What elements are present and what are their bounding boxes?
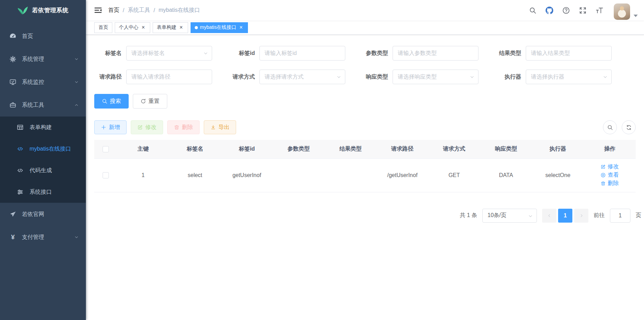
edit-button[interactable]: 修改	[131, 120, 163, 134]
user-menu[interactable]	[614, 1, 638, 20]
tab-active-dot	[195, 26, 198, 29]
delete-button[interactable]: 删除	[167, 120, 200, 134]
row-checkbox[interactable]	[103, 172, 109, 178]
eye-icon	[601, 173, 606, 178]
add-button[interactable]: 新增	[94, 120, 127, 134]
sidebar-item-official-site[interactable]: 若依官网	[0, 203, 86, 226]
sidebar-item-label: 系统工具	[22, 102, 74, 109]
app-root: 若依管理系统 首页	[0, 0, 644, 320]
app-title: 若依管理系统	[32, 6, 69, 14]
sidebar-item-label: 系统管理	[22, 56, 74, 63]
label-id-input[interactable]	[259, 46, 345, 61]
code-icon	[17, 145, 24, 152]
tab-form-build[interactable]: 表单构建 ×	[153, 22, 188, 33]
column-header: 操作	[584, 140, 636, 158]
row-view-link[interactable]: 查看	[601, 171, 619, 179]
sidebar-item-payment[interactable]: ¥ 支付管理	[0, 226, 86, 249]
table-row[interactable]: 1 select getUserInof /getUserInof GET DA…	[94, 158, 636, 192]
sidebar-item-form-build[interactable]: 表单构建	[0, 117, 86, 138]
request-method-select[interactable]	[259, 70, 345, 84]
prev-page-button[interactable]	[542, 209, 556, 223]
download-icon	[210, 125, 216, 130]
page-number-current[interactable]: 1	[558, 209, 572, 223]
monitor-icon	[9, 79, 16, 86]
font-size-icon[interactable]	[596, 7, 603, 14]
button-label: 导出	[218, 124, 230, 131]
help-icon[interactable]	[562, 7, 570, 14]
search-icon[interactable]	[529, 7, 537, 14]
param-type-input[interactable]	[393, 46, 478, 61]
goto-page-input[interactable]	[610, 209, 630, 223]
sidebar-item-system-mgmt[interactable]: 系统管理	[0, 48, 86, 71]
tab-profile[interactable]: 个人中心 ×	[115, 22, 150, 33]
column-header: 主键	[117, 140, 169, 158]
field-label: 参数类型	[361, 50, 393, 57]
field-label: 标签id	[227, 50, 259, 57]
result-type-input[interactable]	[526, 46, 612, 61]
sidebar-menu: 首页 系统管理	[0, 21, 86, 249]
breadcrumb: 首页 / 系统工具 / mybatis在线接口	[108, 7, 200, 14]
tab-mybatis[interactable]: mybatis在线接口 ×	[191, 22, 248, 33]
sidebar-item-label: mybatis在线接口	[30, 145, 79, 153]
filter-label-name: 标签名	[94, 46, 227, 61]
cell-id: 1	[117, 158, 169, 192]
row-edit-link[interactable]: 修改	[601, 163, 619, 170]
filter-param-type: 参数类型	[361, 46, 494, 61]
filter-result-type: 结果类型	[494, 46, 627, 61]
plus-icon	[101, 125, 106, 130]
sidebar-item-home[interactable]: 首页	[0, 25, 86, 48]
search-button[interactable]: 搜索	[94, 94, 129, 109]
breadcrumb-home[interactable]: 首页	[108, 7, 119, 14]
sidebar-item-system-tools[interactable]: 系统工具	[0, 94, 86, 117]
response-type-select[interactable]	[393, 70, 478, 84]
request-path-input[interactable]	[126, 70, 212, 84]
close-icon[interactable]: ×	[140, 25, 146, 30]
close-icon[interactable]: ×	[178, 25, 184, 30]
tab-home[interactable]: 首页	[94, 22, 112, 33]
row-delete-link[interactable]: 删除	[601, 180, 619, 187]
sidebar-toggle-icon[interactable]	[86, 7, 108, 14]
executor-select[interactable]	[526, 70, 612, 84]
search-icon	[607, 125, 613, 130]
tab-label: mybatis在线接口	[200, 24, 236, 31]
export-button[interactable]: 导出	[204, 120, 236, 134]
sliders-icon	[17, 189, 24, 195]
dashboard-icon	[9, 33, 16, 40]
select-all-checkbox[interactable]	[103, 146, 109, 152]
close-icon[interactable]: ×	[238, 25, 244, 30]
search-actions: 搜索 重置	[94, 94, 636, 109]
sidebar-item-label: 支付管理	[22, 234, 74, 241]
chevron-right-icon	[579, 213, 584, 218]
code-icon	[17, 167, 24, 174]
filter-label-id: 标签id	[227, 46, 361, 61]
reset-button[interactable]: 重置	[133, 94, 167, 109]
github-icon[interactable]	[546, 7, 553, 14]
cell-request-method: GET	[428, 158, 480, 192]
sidebar-item-system-monitor[interactable]: 系统监控	[0, 71, 86, 94]
cell-label-name: select	[169, 158, 221, 192]
fullscreen-icon[interactable]	[579, 7, 587, 14]
page-size-select[interactable]: 10条/页	[482, 209, 537, 223]
column-header: 响应类型	[480, 140, 532, 158]
button-label: 搜索	[110, 98, 121, 105]
breadcrumb-current: mybatis在线接口	[159, 7, 200, 14]
label-name-select[interactable]	[126, 46, 212, 61]
column-header: 请求路径	[376, 140, 428, 158]
sidebar-item-label: 系统接口	[30, 189, 79, 196]
trash-icon	[174, 125, 179, 130]
breadcrumb-section: 系统工具	[128, 7, 150, 14]
caret-down-icon	[634, 15, 638, 17]
next-page-button[interactable]	[574, 209, 588, 223]
tags-view-bar: 首页 个人中心 × 表单构建 × mybatis在线接口 ×	[86, 21, 644, 35]
column-header: 请求方式	[428, 140, 480, 158]
cell-param-type	[273, 158, 324, 192]
logo[interactable]: 若依管理系统	[0, 0, 86, 21]
sidebar-item-code-gen[interactable]: 代码生成	[0, 160, 86, 181]
toggle-search-button[interactable]	[603, 120, 617, 134]
avatar[interactable]	[614, 3, 630, 20]
sidebar-item-mybatis[interactable]: mybatis在线接口	[0, 138, 86, 160]
refresh-table-button[interactable]	[622, 120, 636, 134]
sidebar-item-system-api[interactable]: 系统接口	[0, 181, 86, 203]
link-label: 删除	[607, 180, 619, 187]
chevron-down-icon	[74, 235, 79, 240]
